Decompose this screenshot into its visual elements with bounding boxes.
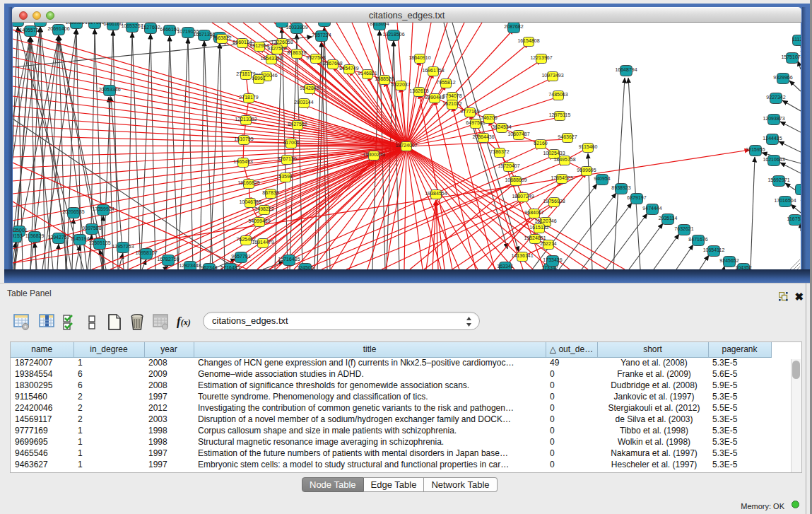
svg-text:12213382: 12213382 [235, 117, 257, 122]
svg-text:3498222: 3498222 [254, 206, 273, 211]
svg-text:16961758: 16961758 [422, 68, 444, 73]
svg-text:62160: 62160 [534, 141, 548, 146]
svg-text:7485063: 7485063 [548, 92, 567, 97]
svg-text:10958107: 10958107 [135, 250, 157, 255]
svg-text:18495758: 18495758 [553, 157, 575, 162]
svg-text:9461047: 9461047 [272, 23, 291, 23]
svg-text:20364436: 20364436 [472, 134, 494, 139]
svg-text:9245652: 9245652 [719, 258, 739, 263]
svg-text:39153: 39153 [13, 233, 23, 238]
svg-text:6497568: 6497568 [466, 120, 485, 125]
svg-text:15720407: 15720407 [498, 163, 519, 168]
svg-text:3215955: 3215955 [746, 147, 765, 152]
svg-text:6794078: 6794078 [442, 93, 461, 98]
svg-text:11123: 11123 [792, 37, 801, 42]
svg-text:17359924: 17359924 [92, 206, 114, 211]
svg-text:12093873: 12093873 [763, 116, 784, 121]
svg-text:19300233: 19300233 [363, 152, 384, 157]
svg-text:1145194: 1145194 [71, 236, 90, 241]
svg-text:6879197: 6879197 [627, 195, 646, 200]
svg-text:1621022: 1621022 [442, 101, 461, 106]
svg-text:7955812: 7955812 [436, 80, 455, 85]
svg-text:18807249: 18807249 [512, 194, 534, 199]
svg-text:13226058: 13226058 [271, 40, 293, 45]
svg-text:940954: 940954 [594, 176, 610, 181]
svg-text:9115460: 9115460 [579, 144, 598, 149]
svg-text:10973493: 10973493 [541, 73, 563, 78]
svg-text:1362615: 1362615 [409, 88, 428, 93]
svg-text:12942757: 12942757 [47, 235, 69, 240]
svg-text:2803144: 2803144 [294, 100, 313, 105]
svg-text:12213967: 12213967 [530, 55, 552, 60]
svg-text:19218506: 19218506 [382, 32, 404, 37]
svg-text:8186328: 8186328 [287, 50, 306, 55]
svg-text:8427552: 8427552 [288, 122, 307, 127]
svg-text:14055724: 14055724 [19, 28, 41, 33]
svg-text:16210643: 16210643 [763, 157, 784, 162]
svg-text:17016504: 17016504 [774, 198, 796, 203]
svg-text:16120746: 16120746 [534, 218, 556, 223]
svg-text:2935114: 2935114 [659, 216, 678, 221]
svg-text:18640910: 18640910 [408, 55, 430, 60]
svg-text:15716485: 15716485 [278, 257, 300, 262]
svg-text:867833: 867833 [262, 190, 278, 195]
svg-text:163341: 163341 [497, 264, 513, 269]
svg-text:10046788: 10046788 [239, 199, 261, 204]
svg-text:1527602: 1527602 [85, 23, 104, 25]
svg-text:10653267: 10653267 [121, 23, 143, 28]
svg-text:1156829: 1156829 [25, 233, 45, 238]
svg-text:16914479: 16914479 [252, 240, 273, 245]
svg-text:2087682: 2087682 [504, 24, 523, 29]
svg-text:16648794: 16648794 [615, 67, 637, 72]
svg-text:16782759: 16782759 [157, 257, 179, 262]
svg-text:16154808: 16154808 [517, 38, 539, 43]
svg-text:7357224: 7357224 [312, 33, 331, 37]
svg-text:417006: 417006 [283, 140, 299, 145]
svg-text:1527602: 1527602 [141, 25, 160, 30]
svg-text:9777169: 9777169 [460, 109, 479, 114]
svg-text:9146821: 9146821 [358, 71, 377, 76]
svg-text:19166825: 19166825 [237, 180, 259, 185]
svg-text:8454749: 8454749 [339, 66, 358, 71]
svg-text:1615132: 1615132 [529, 225, 548, 230]
svg-text:9684067: 9684067 [524, 210, 543, 215]
svg-text:17654923: 17654923 [551, 175, 572, 180]
svg-text:5322037: 5322037 [391, 82, 410, 87]
svg-text:12505135: 12505135 [88, 240, 110, 245]
svg-text:53594: 53594 [278, 174, 293, 179]
svg-text:1733426: 1733426 [543, 257, 562, 262]
svg-text:1610755: 1610755 [234, 136, 253, 141]
svg-text:9242848: 9242848 [300, 86, 319, 90]
svg-text:98961: 98961 [252, 76, 266, 81]
svg-text:6466160: 6466160 [103, 23, 122, 26]
svg-text:20691406: 20691406 [47, 26, 69, 31]
svg-text:2718179: 2718179 [236, 71, 255, 76]
svg-text:8912954: 8912954 [249, 43, 269, 48]
svg-text:8938923: 8938923 [611, 185, 630, 190]
svg-text:252214: 252214 [540, 241, 556, 246]
svg-text:8990448: 8990448 [425, 95, 444, 100]
svg-text:1588520: 1588520 [375, 76, 394, 81]
svg-text:8471676: 8471676 [688, 237, 707, 242]
svg-text:16033809: 16033809 [286, 25, 307, 30]
svg-text:116753: 116753 [787, 216, 801, 221]
svg-text:3267130: 3267130 [277, 156, 296, 161]
svg-text:9327503: 9327503 [267, 46, 286, 51]
svg-text:9329966: 9329966 [773, 75, 792, 80]
svg-text:14136141: 14136141 [511, 253, 533, 258]
svg-text:2718179: 2718179 [239, 95, 258, 100]
svg-text:9397588: 9397588 [82, 226, 101, 230]
svg-text:746206: 746206 [481, 115, 497, 120]
svg-text:7386372: 7386372 [490, 149, 509, 154]
svg-text:20206535: 20206535 [62, 209, 84, 214]
svg-text:10654112: 10654112 [703, 247, 725, 252]
svg-text:19756928: 19756928 [543, 199, 565, 204]
svg-text:17957253: 17957253 [112, 244, 134, 249]
svg-text:3624534: 3624534 [492, 124, 511, 129]
svg-text:54099489: 54099489 [248, 218, 270, 223]
svg-text:12975115: 12975115 [549, 112, 571, 117]
svg-text:1244415: 1244415 [763, 136, 782, 141]
svg-text:20053346: 20053346 [98, 87, 120, 92]
svg-text:19384554: 19384554 [425, 191, 447, 196]
svg-text:10025433: 10025433 [543, 151, 565, 156]
